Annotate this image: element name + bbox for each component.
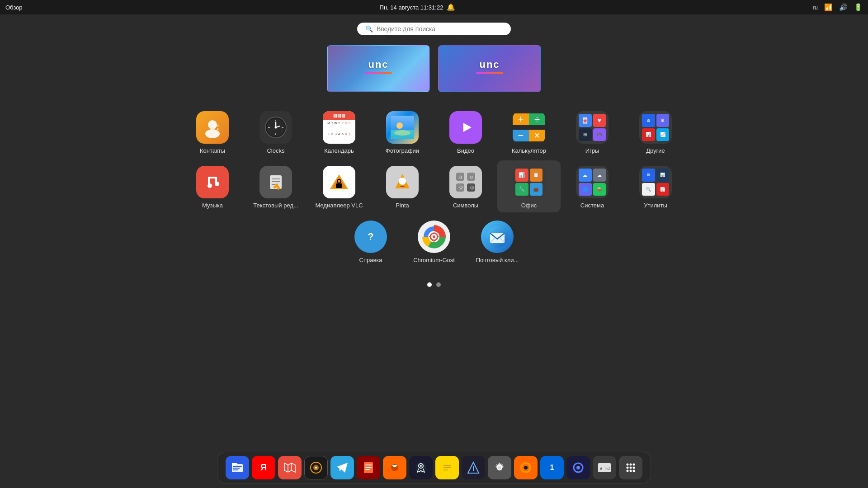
dock-settings[interactable] <box>488 456 511 479</box>
dock-yandex[interactable]: Я <box>252 456 275 479</box>
svg-point-50 <box>433 235 435 238</box>
topbar: Обзор Пн, 14 августа 11:31:22 🔔 ru 📶 🔊 🔋 <box>0 0 868 14</box>
window-thumb-2[interactable]: unc ——— <box>438 45 541 92</box>
dock-appgrid[interactable] <box>619 456 642 479</box>
app-vlc[interactable]: Медиаплеер VLC <box>307 160 371 212</box>
battery-icon[interactable]: 🔋 <box>854 3 863 11</box>
pagination <box>427 282 441 287</box>
locale-indicator[interactable]: ru <box>812 4 818 11</box>
svg-point-22 <box>215 182 219 186</box>
app-music[interactable]: Музыка <box>181 160 244 212</box>
svg-point-101 <box>630 467 632 469</box>
video-label: Видео <box>457 147 474 154</box>
svg-point-12 <box>275 127 277 129</box>
help-icon: ? <box>354 221 387 253</box>
app-help[interactable]: ? Справка <box>339 215 402 267</box>
svg-marker-71 <box>337 463 348 473</box>
wifi-icon[interactable]: 📶 <box>824 3 833 11</box>
music-icon <box>196 166 229 198</box>
svg-point-2 <box>217 125 219 127</box>
pagination-dot-2[interactable] <box>436 282 441 287</box>
calendar-icon: ▤▤▤ M T W T F S S 1 2 3 4 5 6 <box>323 111 355 144</box>
svg-text:α: α <box>470 174 473 179</box>
games-icon-group: 🀄 ♥ ⊞ 🎮 <box>576 111 609 144</box>
app-system[interactable]: ☁ ☁ 🌐 📦 Система <box>561 160 624 212</box>
svg-point-70 <box>315 467 317 469</box>
other-label: Другие <box>646 147 665 154</box>
dock-firefox[interactable] <box>514 456 538 479</box>
svg-point-33 <box>338 180 340 183</box>
window-thumb-1[interactable]: unc ——— <box>327 45 430 92</box>
unc-logo-2: unc ——— <box>476 59 503 79</box>
dock-steam[interactable] <box>409 456 433 479</box>
search-input[interactable] <box>377 25 503 33</box>
app-symbols[interactable]: à α Ω 中 Символы <box>434 160 497 212</box>
svg-rect-31 <box>336 183 342 188</box>
music-label: Музыка <box>202 202 223 209</box>
app-grid: Контакты <box>0 106 868 270</box>
app-calendar[interactable]: ▤▤▤ M T W T F S S 1 2 3 4 5 6 <box>307 106 371 158</box>
datetime-text: Пн, 14 августа 11:31:22 <box>380 4 443 11</box>
symbols-icon: à α Ω 中 <box>449 166 482 198</box>
dock-sticky[interactable] <box>435 456 459 479</box>
app-row-3: ? Справка <box>339 215 529 267</box>
dock-files[interactable] <box>226 456 249 479</box>
dock-maps[interactable] <box>278 456 302 479</box>
svg-text:?: ? <box>368 231 373 242</box>
main-content: 🔍 unc ——— unc ——— <box>0 0 868 488</box>
dock-archivetool[interactable] <box>462 456 485 479</box>
svg-point-104 <box>630 470 632 472</box>
app-games[interactable]: 🀄 ♥ ⊞ 🎮 Игры <box>561 106 624 158</box>
calculator-label: Калькулятор <box>512 147 546 154</box>
app-office[interactable]: 📊 📋 🔧 💼 Офис <box>497 160 561 212</box>
svg-point-15 <box>396 122 403 129</box>
dock: Я 1 # md <box>217 452 651 483</box>
dock-backup[interactable] <box>304 456 328 479</box>
app-clocks[interactable]: Clocks <box>244 106 307 158</box>
photos-label: Фотографии <box>386 147 419 154</box>
pagination-dot-1[interactable] <box>427 282 432 287</box>
unc-logo-1: unc ——— <box>365 59 392 79</box>
dock-tailscale[interactable] <box>566 456 590 479</box>
svg-rect-60 <box>232 463 237 465</box>
app-row-2: Музыка Текстовый ред... <box>181 160 687 212</box>
overview-button[interactable]: Обзор <box>5 4 23 11</box>
volume-icon[interactable]: 🔊 <box>839 3 848 11</box>
search-icon: 🔍 <box>365 25 373 33</box>
dock-telegram[interactable] <box>330 456 354 479</box>
photos-icon <box>386 111 419 144</box>
app-utilities[interactable]: 🖥 📊 🔍 📈 Утилиты <box>624 160 687 212</box>
svg-point-1 <box>205 129 220 138</box>
dock-browser2[interactable] <box>383 456 406 479</box>
svg-text:Я: Я <box>260 462 267 472</box>
svg-point-0 <box>208 120 217 129</box>
dock-markdown[interactable]: # md <box>593 456 616 479</box>
svg-rect-16 <box>391 130 414 139</box>
unc-bar-2 <box>476 72 503 74</box>
app-photos[interactable]: Фотографии <box>371 106 434 158</box>
unc-sub-1: ——— <box>373 75 385 79</box>
app-video[interactable]: Видео <box>434 106 497 158</box>
notification-bell-icon[interactable]: 🔔 <box>447 3 455 11</box>
app-texteditor[interactable]: Текстовый ред... <box>244 160 307 212</box>
symbols-label: Символы <box>453 202 478 209</box>
svg-point-90 <box>524 466 528 469</box>
svg-point-94 <box>576 466 580 469</box>
clocks-icon <box>259 111 292 144</box>
datetime-display: Пн, 14 августа 11:31:22 🔔 <box>380 3 456 11</box>
dock-notes[interactable] <box>357 456 380 479</box>
app-mail[interactable]: Почтовый кли... <box>466 215 529 267</box>
app-calculator[interactable]: + ÷ − × Калькулятор <box>497 106 561 158</box>
app-pinta[interactable]: Pinta <box>371 160 434 212</box>
system-tray: ru 📶 🔊 🔋 <box>812 3 863 11</box>
svg-text:# md: # md <box>600 466 610 471</box>
app-other[interactable]: 🖥 ⚙ 📊 📈 Другие <box>624 106 687 158</box>
contacts-label: Контакты <box>200 147 225 154</box>
video-icon <box>449 111 482 144</box>
app-contacts[interactable]: Контакты <box>181 106 244 158</box>
mail-icon <box>481 221 514 253</box>
dock-1password[interactable]: 1 <box>540 456 564 479</box>
calculator-icon: + ÷ − × <box>513 111 545 144</box>
app-chromium[interactable]: Chromium-Gost <box>402 215 466 267</box>
svg-text:à: à <box>459 174 462 179</box>
